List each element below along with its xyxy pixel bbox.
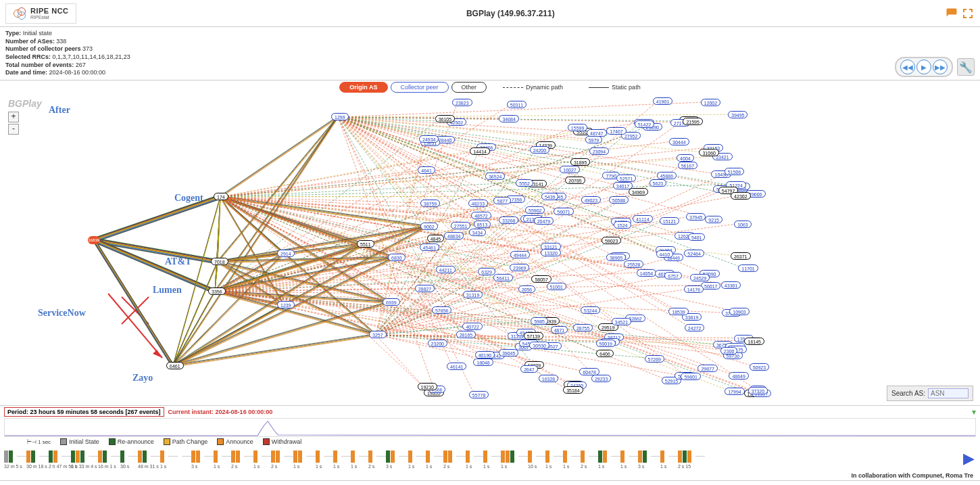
as-node[interactable]: 18539: [668, 308, 688, 315]
as-node[interactable]: 13320: [541, 249, 560, 256]
timeline-segment[interactable]: 3 s: [191, 451, 200, 463]
as-node[interactable]: 58057: [531, 275, 551, 283]
timeline-segment[interactable]: 1 h 33 m 4 s: [71, 451, 84, 463]
as-node[interactable]: 28827: [415, 285, 435, 292]
as-node[interactable]: 41114: [633, 215, 652, 223]
timeline-track[interactable]: 32 m 5 s30 m 18 s2 h 47 m 56 s1 h 33 m 4…: [4, 446, 976, 471]
as-node[interactable]: 25528: [624, 260, 643, 268]
as-node[interactable]: 50311: [507, 101, 526, 108]
as-node[interactable]: 8513: [474, 221, 491, 228]
timeline-segment[interactable]: 48 m 31 s: [138, 451, 147, 463]
as-node[interactable]: 29877: [697, 365, 717, 372]
as-node[interactable]: 24934: [419, 135, 439, 143]
as-node[interactable]: 42302: [731, 192, 750, 200]
timeline-segment[interactable]: 1 s: [426, 451, 430, 463]
as-node[interactable]: 45461: [420, 244, 439, 251]
as-node[interactable]: 50019: [596, 340, 616, 347]
as-node[interactable]: 35184: [563, 386, 583, 394]
as-node[interactable]: 36524: [485, 172, 505, 180]
as-node[interactable]: 57856: [432, 306, 451, 314]
as-node[interactable]: 52571: [616, 175, 636, 182]
as-node[interactable]: 20479: [534, 217, 554, 225]
as-node[interactable]: 56071: [554, 208, 573, 215]
as-node[interactable]: 174: [214, 193, 228, 200]
timeline-segment[interactable]: 1 s: [214, 451, 218, 463]
as-node[interactable]: 11701: [738, 264, 758, 272]
as-node[interactable]: 5439: [541, 193, 559, 200]
as-node[interactable]: 34684: [499, 115, 518, 122]
as-node[interactable]: 28755: [573, 324, 593, 331]
timeline-segment[interactable]: 1 s: [466, 451, 470, 463]
as-node[interactable]: 51506: [725, 168, 744, 175]
as-node[interactable]: 23823: [452, 99, 472, 106]
as-node[interactable]: 57139: [524, 332, 543, 340]
as-node[interactable]: 14176: [684, 285, 704, 293]
as-node[interactable]: 38759: [420, 200, 440, 207]
as-node[interactable]: 12002: [701, 99, 720, 106]
as-node[interactable]: 34521: [612, 318, 631, 325]
timeline-segment[interactable]: 1 s: [563, 451, 567, 463]
as-node[interactable]: 1299: [331, 113, 349, 120]
as-node[interactable]: 4641: [418, 166, 435, 174]
as-node[interactable]: 23094: [589, 147, 609, 155]
as-node[interactable]: 51001: [547, 283, 566, 290]
timeline-segment[interactable]: 1 s: [660, 451, 664, 463]
timeline-segment[interactable]: 16 m 1 s: [98, 451, 107, 463]
as-node[interactable]: 39045: [499, 349, 518, 356]
timeline-segment[interactable]: 1 s: [351, 451, 355, 463]
as-node[interactable]: 56017: [701, 282, 720, 290]
as-node[interactable]: 53244: [581, 306, 600, 314]
play-button[interactable]: ▶: [916, 60, 931, 74]
as-node[interactable]: 48572: [471, 212, 491, 219]
as-node[interactable]: 39495: [728, 111, 748, 118]
as-node[interactable]: 5877: [493, 197, 511, 204]
as-node[interactable]: 36105: [435, 115, 455, 122]
as-node[interactable]: 33268: [499, 216, 518, 224]
timeline-segment[interactable]: 1 s: [620, 451, 624, 463]
as-node[interactable]: 21595: [683, 118, 702, 125]
as-node[interactable]: 40722: [462, 323, 482, 330]
origin-as-node[interactable]: 16839: [88, 236, 100, 244]
as-node[interactable]: 56411: [493, 274, 513, 281]
as-node[interactable]: 26371: [731, 252, 750, 260]
as-node[interactable]: 27551: [451, 222, 470, 229]
as-node[interactable]: 4004: [677, 154, 694, 162]
as-node[interactable]: 6329: [478, 268, 495, 275]
as-node[interactable]: 45886: [657, 172, 677, 179]
as-node[interactable]: 31319: [463, 291, 483, 298]
as-node[interactable]: 6406: [596, 350, 614, 357]
timeline-segment[interactable]: 30 m 18 s: [26, 451, 35, 463]
as-node[interactable]: 48747: [587, 129, 606, 137]
as-node[interactable]: 2914: [277, 250, 295, 257]
as-node[interactable]: 48634: [444, 232, 464, 239]
timeline-segment[interactable]: 1 s: [545, 451, 549, 463]
as-node[interactable]: 5552: [516, 179, 533, 187]
timeline-segment[interactable]: 1 s: [483, 451, 487, 463]
timeline-segment[interactable]: 2 s: [231, 451, 240, 463]
forward-button[interactable]: ▶▶: [933, 60, 948, 74]
as-node[interactable]: 16027: [560, 166, 579, 173]
as-node[interactable]: 4410: [656, 250, 674, 258]
as-node[interactable]: 34969: [629, 188, 648, 195]
timeline-segment[interactable]: 2 h 47 m 56 s: [49, 451, 57, 463]
as-node[interactable]: 59801: [681, 373, 700, 380]
settings-button[interactable]: 🔧: [957, 58, 975, 76]
as-node[interactable]: 5623: [650, 179, 667, 187]
as-node[interactable]: 41901: [653, 97, 672, 105]
timeline-segment[interactable]: 1 s: [501, 451, 514, 463]
timeline-segment[interactable]: 1 s: [598, 451, 607, 463]
as-node[interactable]: 4845: [427, 235, 445, 242]
graph-canvas[interactable]: BGPlay + - After ServiceNow Cogent AT&T …: [0, 94, 980, 405]
as-node[interactable]: 49023: [581, 196, 601, 204]
as-node[interactable]: 16145: [744, 338, 764, 345]
comment-icon[interactable]: [945, 7, 958, 20]
as-node[interactable]: 5401: [688, 233, 706, 241]
as-node[interactable]: 59023: [602, 237, 621, 244]
as-node[interactable]: 48649: [729, 372, 748, 379]
as-node[interactable]: 55902: [525, 206, 545, 214]
event-sparkline[interactable]: [4, 418, 976, 437]
as-node[interactable]: 55778: [469, 391, 489, 398]
as-node[interactable]: 50923: [750, 363, 769, 371]
as-node[interactable]: 19210: [418, 383, 437, 390]
as-node[interactable]: 5985: [531, 317, 548, 325]
